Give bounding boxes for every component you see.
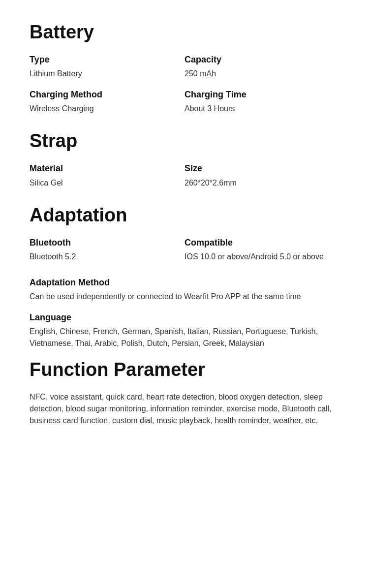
charging-method-value: Wireless Charging <box>30 103 175 115</box>
battery-title: Battery <box>30 22 339 43</box>
battery-type-value: Lithium Battery <box>30 68 175 80</box>
compatible-label: Compatible <box>184 237 330 249</box>
compatible-value: IOS 10.0 or above/Android 5.0 or above <box>184 251 330 263</box>
adaptation-method-value: Can be used independently or connected t… <box>30 291 330 303</box>
charging-time-value: About 3 Hours <box>184 103 330 115</box>
strap-size-item: Size 260*20*2.6mm <box>184 162 339 188</box>
bluetooth-value: Bluetooth 5.2 <box>30 251 175 263</box>
strap-title: Strap <box>30 130 339 152</box>
language-item: Language English, Chinese, French, Germa… <box>30 311 339 349</box>
language-label: Language <box>30 311 330 324</box>
bluetooth-item: Bluetooth Bluetooth 5.2 <box>30 237 184 263</box>
charging-method-label: Charging Method <box>30 89 175 101</box>
function-value: NFC, voice assistant, quick card, heart … <box>30 391 339 427</box>
language-value: English, Chinese, French, German, Spanis… <box>30 326 330 349</box>
adaptation-method-label: Adaptation Method <box>30 277 330 289</box>
strap-size-label: Size <box>184 162 330 175</box>
strap-size-value: 260*20*2.6mm <box>184 177 330 189</box>
charging-method-item: Charging Method Wireless Charging <box>30 89 184 115</box>
strap-material-value: Silica Gel <box>30 177 175 189</box>
battery-type-item: Type Lithium Battery <box>30 54 184 80</box>
battery-capacity-label: Capacity <box>184 54 330 66</box>
strap-section: Strap Material Silica Gel Size 260*20*2.… <box>30 130 339 197</box>
battery-capacity-item: Capacity 250 mAh <box>184 54 339 80</box>
function-title: Function Parameter <box>30 359 339 380</box>
compatible-item: Compatible IOS 10.0 or above/Android 5.0… <box>184 237 339 263</box>
bluetooth-label: Bluetooth <box>30 237 175 249</box>
battery-capacity-value: 250 mAh <box>184 68 330 80</box>
charging-time-item: Charging Time About 3 Hours <box>184 89 339 115</box>
charging-time-label: Charging Time <box>184 89 330 101</box>
battery-section: Battery Type Lithium Battery Capacity 25… <box>30 22 339 124</box>
adaptation-grid: Bluetooth Bluetooth 5.2 Compatible IOS 1… <box>30 237 339 272</box>
strap-material-item: Material Silica Gel <box>30 162 184 188</box>
adaptation-method-item: Adaptation Method Can be used independen… <box>30 277 339 303</box>
adaptation-title: Adaptation <box>30 205 339 226</box>
strap-grid: Material Silica Gel Size 260*20*2.6mm <box>30 162 339 197</box>
strap-material-label: Material <box>30 162 175 175</box>
adaptation-section: Adaptation Bluetooth Bluetooth 5.2 Compa… <box>30 205 339 350</box>
function-section: Function Parameter NFC, voice assistant,… <box>30 359 339 427</box>
battery-type-label: Type <box>30 54 175 66</box>
battery-grid: Type Lithium Battery Capacity 250 mAh Ch… <box>30 54 339 124</box>
